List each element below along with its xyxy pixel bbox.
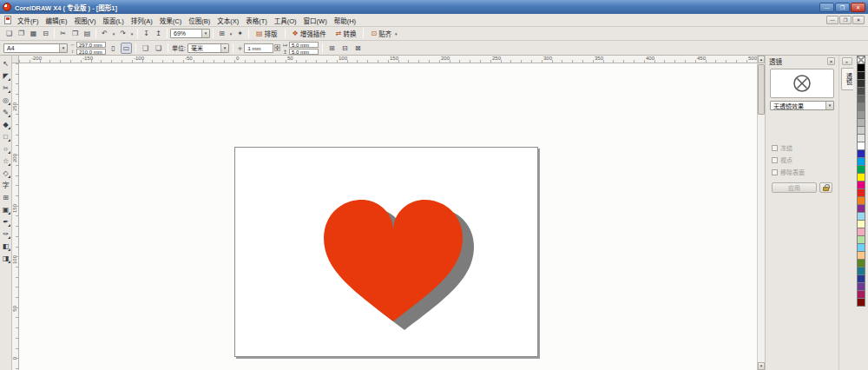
chevron-down-icon[interactable]: ▾ <box>393 31 398 36</box>
convert-button[interactable]: ⇄转换 <box>332 28 361 39</box>
snap-to-objects-button[interactable]: ⊠ <box>352 43 364 54</box>
paper-width-field[interactable]: 297.0 mm <box>76 42 106 48</box>
doc-close-button[interactable]: ✕ <box>852 16 865 24</box>
smart-fill-tool[interactable]: ◆ <box>0 119 11 130</box>
paper-height-field[interactable]: 210.0 mm <box>76 49 106 55</box>
menubar-items: 文件(F)编辑(E)视图(V)版面(L)排列(A)效果(C)位图(B)文本(X)… <box>14 16 359 25</box>
freehand-tool[interactable]: ✎ <box>0 107 11 118</box>
maximize-button[interactable]: ❐ <box>835 3 850 12</box>
menu-item[interactable]: 效果(C) <box>156 16 185 25</box>
doc-minimize-button[interactable]: — <box>826 16 838 24</box>
shape-tool[interactable]: ◤ <box>0 70 11 82</box>
menu-item[interactable]: 文件(F) <box>14 16 43 25</box>
duplicate-y-field[interactable]: 5.0 mm <box>289 49 319 55</box>
plugins-button[interactable]: ❖增强插件 <box>288 28 331 39</box>
vertical-ruler[interactable]: 250200150100500 <box>12 63 19 370</box>
polygon-tool[interactable]: ☆ <box>0 155 11 167</box>
basic-shapes-tool[interactable]: ◇ <box>0 168 11 179</box>
lock-button[interactable] <box>819 182 832 193</box>
portrait-button[interactable]: ▯ <box>108 43 119 54</box>
menu-item[interactable]: 窗口(W) <box>300 16 331 25</box>
chevron-down-icon[interactable]: ▾ <box>129 31 135 36</box>
duplicate-x-field[interactable]: 5.0 mm <box>289 42 319 48</box>
chevron-down-icon[interactable]: ▾ <box>825 102 833 109</box>
property-bar: A4▾↔297.0 mm↕210.0 mm▯▭❑❏单位:毫米▾✛.1 mm▲▼↦… <box>0 41 868 56</box>
remove-face-checkbox[interactable]: 移除表面 <box>772 168 832 176</box>
open-icon[interactable]: ❐ <box>16 28 27 39</box>
chevron-down-icon[interactable]: ▾ <box>220 44 228 52</box>
menu-item[interactable]: 工具(O) <box>271 16 300 25</box>
chevron-down-icon[interactable]: ▾ <box>228 31 233 36</box>
lens-effect-combo[interactable]: 无透镜效果 ▾ <box>770 101 834 110</box>
nudge-offset-field-stepper[interactable]: ▲▼ <box>274 44 280 51</box>
paper-type-combo[interactable]: A4▾ <box>3 43 68 53</box>
duplicate-distance-fields: ↦5.0 mm↥5.0 mm <box>282 42 319 55</box>
palette-color-swatch[interactable] <box>857 298 865 307</box>
all-pages-button[interactable]: ❑ <box>140 43 151 54</box>
doc-restore-button[interactable]: ❐ <box>839 16 852 24</box>
vertical-scrollbar[interactable]: ▲ ▼ <box>757 56 765 370</box>
nudge-offset-field[interactable]: .1 mm <box>244 43 273 53</box>
fill-tool[interactable]: ◧ <box>0 241 11 252</box>
scroll-up-icon[interactable]: ▲ <box>758 56 765 63</box>
snap-to-guidelines-button[interactable]: ⊟ <box>339 43 351 54</box>
units-combo[interactable]: 毫米▾ <box>187 43 229 53</box>
chevron-down-icon[interactable]: ▾ <box>59 44 67 52</box>
scroll-down-icon[interactable]: ▼ <box>758 362 765 370</box>
horizontal-ruler[interactable]: -200-150-100-500501001502002503003504004… <box>19 56 757 63</box>
paste-icon[interactable]: ▤ <box>82 28 93 39</box>
close-button[interactable]: ✕ <box>851 3 865 12</box>
interactive-fill-tool[interactable]: ◨ <box>0 253 11 264</box>
heart-drawing[interactable] <box>317 193 482 334</box>
menu-item[interactable]: 视图(V) <box>71 16 100 25</box>
redo-icon[interactable]: ↷ <box>117 28 128 39</box>
docker-close-icon[interactable]: ✕ <box>827 57 835 65</box>
apply-button[interactable]: 应用 <box>772 182 817 193</box>
current-page-button[interactable]: ❏ <box>153 43 164 54</box>
cut-icon[interactable]: ✂ <box>57 28 69 39</box>
tab-lens[interactable]: 透镜 <box>841 68 853 90</box>
menu-item[interactable]: 位图(B) <box>185 16 214 25</box>
menu-item[interactable]: 排列(A) <box>128 16 156 25</box>
collapse-docker-icon[interactable]: » <box>842 57 852 65</box>
outline-tool[interactable]: ✑ <box>0 228 11 240</box>
ruler-origin-corner[interactable] <box>12 56 19 63</box>
frozen-checkbox[interactable]: 冻结 <box>772 143 832 152</box>
export-icon[interactable]: ↥ <box>153 28 164 39</box>
menu-item[interactable]: 文本(X) <box>214 16 242 25</box>
menu-item[interactable]: 表格(T) <box>242 16 271 25</box>
new-document-icon[interactable]: ❏ <box>3 28 15 39</box>
zoom-tool[interactable]: ◎ <box>0 95 11 106</box>
chevron-down-icon[interactable]: ▾ <box>201 30 209 37</box>
snap-button[interactable]: ⊡贴齐▾ <box>366 28 403 39</box>
pick-tool[interactable]: ↖ <box>0 58 11 69</box>
blend-tool[interactable]: ▣ <box>0 204 11 215</box>
table-tool[interactable]: ⊞ <box>0 192 11 203</box>
rectangle-tool[interactable]: □ <box>0 131 11 142</box>
save-icon[interactable]: ▦ <box>28 28 39 39</box>
layout-button[interactable]: ▤排版 <box>252 28 282 39</box>
copy-icon[interactable]: ❒ <box>69 28 81 39</box>
step-down-icon[interactable]: ▼ <box>274 48 280 51</box>
corel-online-icon[interactable]: ✦ <box>234 28 246 39</box>
crop-tool[interactable]: ✂ <box>0 83 11 94</box>
chevron-down-icon[interactable]: ▾ <box>111 31 116 36</box>
menu-item[interactable]: 编辑(E) <box>43 16 71 25</box>
flyout-arrow-icon <box>8 90 10 93</box>
import-icon[interactable]: ↧ <box>141 28 152 39</box>
eyedropper-tool[interactable]: ✒ <box>0 216 11 228</box>
minimize-button[interactable]: — <box>819 3 834 12</box>
menu-item[interactable]: 版面(L) <box>100 16 128 25</box>
application-launcher-icon[interactable]: ⊞ <box>216 28 227 39</box>
scrollbar-thumb[interactable] <box>758 64 765 115</box>
landscape-button[interactable]: ▭ <box>121 43 132 54</box>
zoom-level-combo[interactable]: 69%▾ <box>170 29 210 38</box>
print-icon[interactable]: ⊟ <box>40 28 51 39</box>
menu-item[interactable]: 帮助(H) <box>331 16 359 25</box>
snap-to-grid-button[interactable]: ⊞ <box>326 43 338 54</box>
text-tool[interactable]: 字 <box>0 180 11 191</box>
undo-icon[interactable]: ↶ <box>99 28 110 39</box>
drawing-canvas[interactable] <box>19 63 757 370</box>
ellipse-tool[interactable]: ○ <box>0 143 11 155</box>
viewpoint-checkbox[interactable]: 视点 <box>772 155 832 164</box>
